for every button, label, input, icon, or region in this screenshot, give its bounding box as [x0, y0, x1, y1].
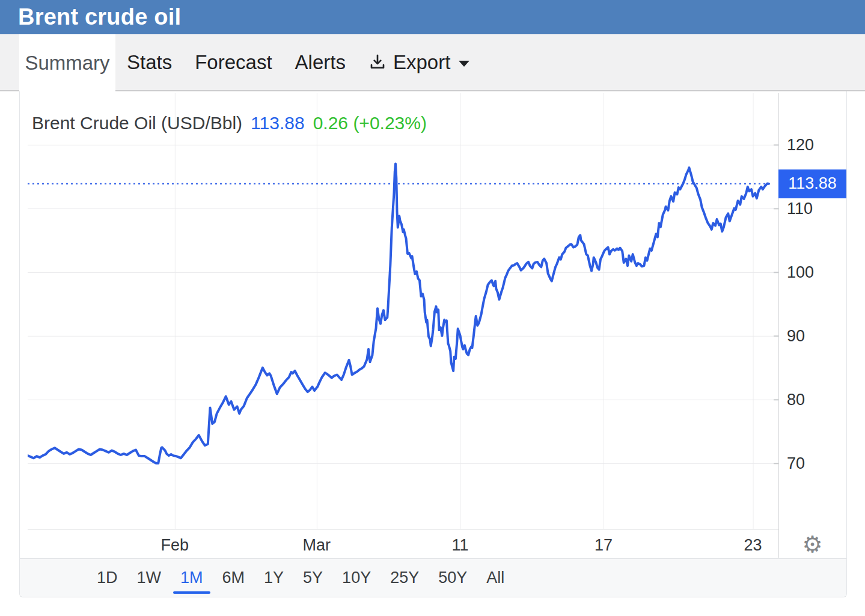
range-button-all[interactable]: All	[477, 559, 514, 597]
tab-stats-label: Stats	[127, 51, 172, 74]
x-axis-label: 11	[451, 536, 468, 554]
y-axis-label: 80	[787, 391, 805, 409]
tab-stats[interactable]: Stats	[115, 34, 183, 90]
x-axis-label: Mar	[303, 536, 331, 554]
price-chart[interactable]	[28, 93, 778, 529]
range-button-50y[interactable]: 50Y	[429, 559, 477, 597]
tab-bar: Summary Stats Forecast Alerts Export	[0, 34, 865, 91]
tab-summary[interactable]: Summary	[19, 34, 115, 91]
y-axis-label: 120	[787, 136, 814, 154]
last-price-badge: 113.88	[778, 169, 846, 198]
x-axis-label: 17	[594, 536, 613, 554]
tab-forecast-label: Forecast	[195, 51, 272, 74]
axis-settings-button[interactable]: ⚙	[778, 531, 846, 558]
tab-alerts[interactable]: Alerts	[284, 34, 357, 90]
caret-down-icon	[459, 61, 469, 67]
range-button-1y[interactable]: 1Y	[254, 559, 293, 597]
range-button-1w[interactable]: 1W	[127, 559, 171, 597]
export-label: Export	[393, 51, 450, 74]
y-axis-label: 90	[787, 327, 805, 345]
range-button-1d[interactable]: 1D	[87, 559, 127, 597]
range-button-5y[interactable]: 5Y	[293, 559, 332, 597]
page-title: Brent crude oil	[18, 4, 181, 30]
tab-summary-label: Summary	[25, 52, 109, 75]
export-button[interactable]: Export	[368, 34, 469, 90]
x-axis-label: 23	[744, 536, 762, 554]
range-button-10y[interactable]: 10Y	[332, 559, 381, 597]
range-button-25y[interactable]: 25Y	[381, 559, 429, 597]
tab-alerts-label: Alerts	[295, 51, 346, 74]
download-tray-icon	[368, 53, 387, 72]
range-button-6m[interactable]: 6M	[213, 559, 255, 597]
chart-panel: Brent Crude Oil (USD/Bbl) 113.88 0.26 (+…	[19, 91, 847, 597]
y-axis-line	[778, 93, 779, 558]
range-toolbar: 1D1W1M6M1Y5Y10Y25Y50YAll	[20, 558, 846, 597]
y-axis-label: 100	[787, 263, 814, 281]
y-axis-label: 110	[787, 200, 813, 218]
tab-forecast[interactable]: Forecast	[183, 34, 283, 90]
window-titlebar: Brent crude oil	[0, 0, 865, 34]
y-axis-label: 70	[787, 454, 805, 472]
range-button-1m[interactable]: 1M	[171, 559, 213, 597]
gear-icon: ⚙	[802, 533, 822, 556]
x-axis-label: Feb	[161, 536, 189, 554]
